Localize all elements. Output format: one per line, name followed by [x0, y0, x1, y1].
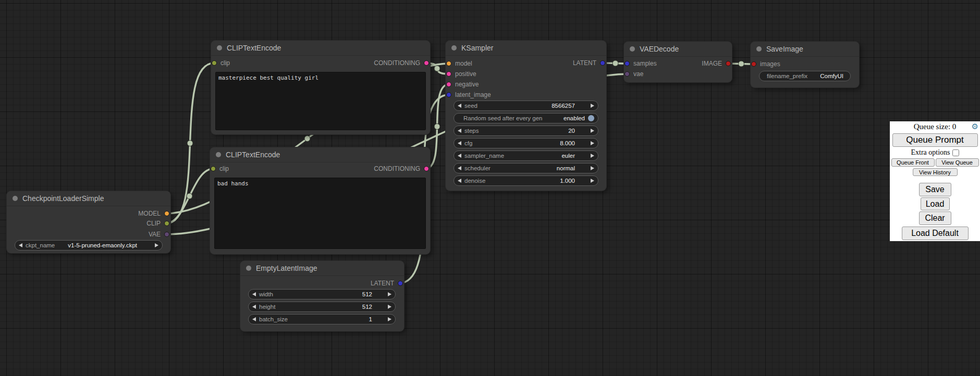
batch-size-widget[interactable]: batch_size 1	[248, 314, 396, 324]
output-port-latent[interactable]: LATENT	[573, 59, 605, 67]
increment-arrow-icon[interactable]	[591, 154, 594, 158]
increment-arrow-icon[interactable]	[591, 104, 594, 108]
decrement-arrow-icon[interactable]	[458, 179, 461, 183]
view-queue-button[interactable]: View Queue	[936, 158, 979, 167]
node-ksampler[interactable]: KSampler model positive negative latent_…	[446, 41, 606, 191]
extra-options-checkbox[interactable]	[952, 149, 959, 156]
node-title-bar[interactable]: EmptyLatentImage	[240, 261, 404, 276]
settings-gear-icon[interactable]: ⚙	[972, 122, 978, 131]
conditioning-port-dot-icon[interactable]	[424, 60, 429, 66]
link-midpoint-dot[interactable]	[187, 193, 192, 199]
link-midpoint-dot[interactable]	[612, 60, 618, 66]
collapse-dot-icon[interactable]	[13, 196, 18, 201]
latent-port-dot-icon[interactable]	[600, 60, 605, 66]
seed-widget[interactable]: seed 8566257	[454, 101, 598, 111]
increment-arrow-icon[interactable]	[591, 141, 594, 145]
widget-value[interactable]: normal	[557, 165, 575, 171]
output-port-latent[interactable]: LATENT	[371, 279, 403, 287]
decrement-arrow-icon[interactable]	[252, 305, 256, 309]
widget-value[interactable]: 1	[369, 316, 372, 322]
conditioning-port-dot-icon[interactable]	[446, 82, 451, 87]
height-widget[interactable]: height 512	[248, 302, 396, 312]
node-vae-decode[interactable]: VAEDecode samples vae IMAGE	[624, 42, 732, 82]
decrement-arrow-icon[interactable]	[252, 317, 256, 321]
negative-prompt-textarea[interactable]: bad hands	[214, 178, 426, 249]
steps-widget[interactable]: steps 20	[454, 126, 598, 136]
decrement-arrow-icon[interactable]	[19, 243, 22, 247]
increment-arrow-icon[interactable]	[388, 305, 391, 309]
latent-port-dot-icon[interactable]	[398, 281, 403, 286]
decrement-arrow-icon[interactable]	[458, 166, 461, 170]
input-port-positive[interactable]: positive	[446, 70, 476, 78]
widget-value[interactable]: ComfyUI	[820, 73, 843, 79]
toggle-dot-icon[interactable]	[588, 115, 594, 121]
decrement-arrow-icon[interactable]	[458, 154, 461, 158]
input-port-images[interactable]: images	[751, 60, 780, 68]
output-port-model[interactable]: MODEL	[138, 209, 169, 218]
input-port-samples[interactable]: samples	[624, 59, 657, 68]
link-midpoint-dot[interactable]	[187, 141, 193, 146]
widget-value[interactable]: 1.000	[560, 178, 575, 184]
node-title-bar[interactable]: CLIPTextEncode	[210, 147, 430, 162]
vae-port-dot-icon[interactable]	[624, 71, 630, 77]
node-title-bar[interactable]: KSampler	[446, 41, 606, 56]
node-clip-text-encode-positive[interactable]: CLIPTextEncode clip CONDITIONING masterp…	[211, 41, 430, 134]
latent-port-dot-icon[interactable]	[446, 92, 451, 97]
image-port-dot-icon[interactable]	[726, 61, 731, 66]
input-port-vae[interactable]: vae	[624, 70, 643, 78]
collapse-dot-icon[interactable]	[451, 45, 457, 51]
collapse-dot-icon[interactable]	[246, 266, 251, 271]
widget-value[interactable]: 8566257	[552, 103, 575, 109]
load-button[interactable]: Load	[921, 197, 950, 210]
view-history-button[interactable]: View History	[913, 168, 958, 176]
denoise-widget[interactable]: denoise 1.000	[454, 176, 598, 186]
node-checkpoint-loader[interactable]: CheckpointLoaderSimple MODEL CLIP VAE ck…	[7, 191, 170, 253]
widget-value[interactable]: euler	[561, 153, 575, 159]
decrement-arrow-icon[interactable]	[252, 292, 256, 296]
input-port-latent-image[interactable]: latent_image	[446, 91, 491, 99]
clip-port-dot-icon[interactable]	[211, 166, 216, 171]
node-title-bar[interactable]: SaveImage	[751, 42, 859, 57]
increment-arrow-icon[interactable]	[388, 292, 391, 296]
clip-port-dot-icon[interactable]	[164, 221, 169, 226]
save-button[interactable]: Save	[919, 183, 951, 196]
cfg-widget[interactable]: cfg 8.000	[454, 138, 598, 148]
link-midpoint-dot[interactable]	[739, 61, 744, 67]
positive-prompt-textarea[interactable]: masterpiece best quality girl	[215, 72, 426, 130]
increment-arrow-icon[interactable]	[591, 166, 594, 170]
image-port-dot-icon[interactable]	[751, 61, 756, 67]
queue-prompt-button[interactable]: Queue Prompt	[892, 133, 978, 147]
link-midpoint-dot[interactable]	[434, 66, 440, 71]
node-save-image[interactable]: SaveImage images filename_prefix ComfyUI	[751, 42, 859, 87]
output-port-conditioning[interactable]: CONDITIONING	[374, 59, 429, 67]
model-port-dot-icon[interactable]	[164, 211, 169, 216]
output-port-image[interactable]: IMAGE	[702, 59, 731, 68]
widget-value[interactable]: v1-5-pruned-emaonly.ckpt	[68, 242, 137, 248]
output-port-clip[interactable]: CLIP	[146, 219, 169, 228]
widget-value[interactable]: 8.000	[560, 140, 575, 146]
decrement-arrow-icon[interactable]	[458, 104, 461, 108]
increment-arrow-icon[interactable]	[591, 179, 594, 183]
filename-prefix-widget[interactable]: filename_prefix ComfyUI	[759, 71, 851, 81]
clear-button[interactable]: Clear	[919, 211, 951, 225]
link-midpoint-dot[interactable]	[434, 124, 440, 130]
collapse-dot-icon[interactable]	[216, 152, 221, 157]
node-title-bar[interactable]: CheckpointLoaderSimple	[7, 191, 170, 206]
widget-value[interactable]: 512	[362, 291, 372, 297]
node-clip-text-encode-negative[interactable]: CLIPTextEncode clip CONDITIONING bad han…	[210, 147, 430, 254]
load-default-button[interactable]: Load Default	[902, 227, 969, 240]
clip-port-dot-icon[interactable]	[212, 60, 217, 66]
scheduler-widget[interactable]: scheduler normal	[454, 163, 598, 173]
output-port-conditioning[interactable]: CONDITIONING	[374, 165, 429, 173]
input-port-clip[interactable]: clip	[211, 165, 229, 173]
input-port-negative[interactable]: negative	[446, 80, 479, 89]
output-port-vae[interactable]: VAE	[149, 230, 169, 239]
latent-port-dot-icon[interactable]	[624, 61, 630, 66]
queue-front-button[interactable]: Queue Front	[891, 158, 935, 167]
node-title-bar[interactable]: VAEDecode	[624, 42, 732, 57]
increment-arrow-icon[interactable]	[591, 129, 594, 133]
ckpt-name-widget[interactable]: ckpt_name v1-5-pruned-emaonly.ckpt	[15, 240, 163, 250]
input-port-model[interactable]: model	[446, 59, 472, 68]
width-widget[interactable]: width 512	[248, 289, 396, 299]
conditioning-port-dot-icon[interactable]	[424, 166, 429, 171]
